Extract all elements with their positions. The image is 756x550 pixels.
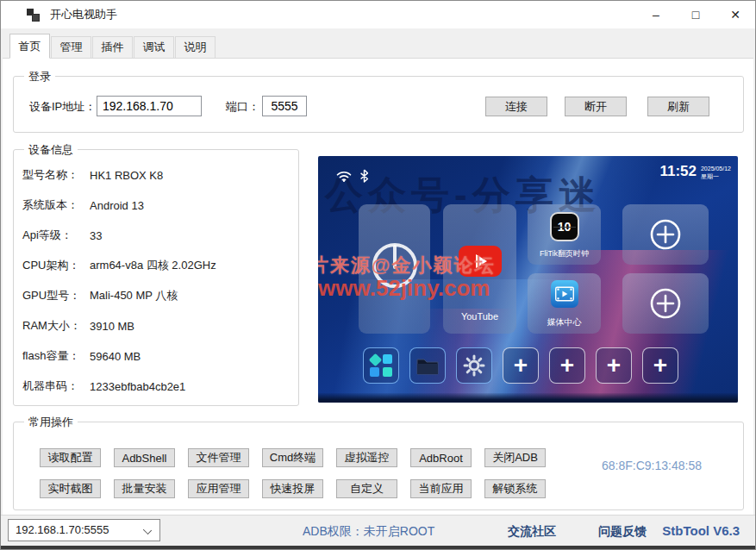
device-ip-label: 设备IP地址： bbox=[29, 99, 96, 115]
tv-dock-apps bbox=[363, 347, 399, 384]
device-row-api: Api等级： 33 bbox=[22, 226, 293, 245]
add-circle-icon bbox=[647, 284, 684, 322]
login-group-title: 登录 bbox=[24, 69, 55, 84]
unlock-system-button[interactable]: 解锁系统 bbox=[484, 479, 546, 498]
tv-clock: 11:52 bbox=[659, 163, 697, 180]
media-center-icon bbox=[551, 280, 578, 308]
cmd-terminal-button[interactable]: Cmd终端 bbox=[262, 448, 323, 467]
operations-group-title: 常用操作 bbox=[24, 415, 78, 430]
tv-watermark-url: www.52jiny.com bbox=[318, 275, 490, 302]
folder-icon bbox=[416, 356, 439, 375]
home-tab-page: 登录 设备IP地址： 端口： 连接 断开 刷新 设备信息 型号名称： HK1 R… bbox=[3, 58, 753, 515]
bluetooth-icon bbox=[359, 168, 369, 184]
window-controls: – □ ✕ bbox=[636, 1, 755, 28]
add-circle-icon bbox=[647, 216, 684, 253]
tv-date-block: 2025/05/12 星期一 bbox=[701, 163, 731, 180]
flip-clock-icon: 10 bbox=[552, 214, 578, 240]
device-row-flash: flash容量： 59640 MB bbox=[22, 347, 293, 366]
status-bar: 192.168.1.70:5555 ADB权限：未开启ROOT 交流社区 问题反… bbox=[1, 515, 755, 546]
app-window: 开心电视助手 – □ ✕ 首页 管理 插件 调试 说明 登录 设备IP地址： 端… bbox=[0, 0, 756, 550]
tv-dock-add-slot: + bbox=[503, 347, 539, 384]
tab-strip: 首页 管理 插件 调试 说明 bbox=[1, 28, 755, 58]
tv-dock-settings bbox=[456, 347, 492, 384]
maximize-button[interactable]: □ bbox=[676, 1, 715, 28]
tab-home[interactable]: 首页 bbox=[9, 34, 50, 59]
operations-group: 常用操作 读取配置 AdbShell 文件管理 Cmd终端 虚拟遥控 AdbRo… bbox=[13, 422, 744, 510]
batch-install-button[interactable]: 批量安装 bbox=[114, 479, 175, 498]
minimize-button[interactable]: – bbox=[636, 1, 676, 28]
app-manager-button[interactable]: 应用管理 bbox=[188, 479, 249, 498]
device-info-group-title: 设备信息 bbox=[24, 142, 78, 158]
community-link[interactable]: 交流社区 bbox=[508, 524, 556, 540]
operations-row-2: 实时截图 批量安装 应用管理 快速投屏 自定义 当前应用 解锁系统 bbox=[40, 479, 546, 498]
device-row-serial: 机器串码： 1233ebfbab4cb2e1 bbox=[22, 377, 293, 396]
port-label: 端口： bbox=[226, 99, 259, 115]
device-row-model: 型号名称： HK1 RBOX K8 bbox=[22, 166, 293, 184]
flip-clock-label: FliTik翻页时钟 bbox=[528, 248, 601, 259]
tv-clock-block: 11:52 2025/05/12 星期一 bbox=[659, 163, 731, 180]
device-row-ram: RAM大小： 3910 MB bbox=[22, 316, 293, 335]
window-bottom-edge bbox=[1, 546, 755, 549]
tv-dock-add-slot: + bbox=[642, 347, 678, 384]
device-select-dropdown[interactable]: 192.168.1.70:5555 bbox=[8, 519, 160, 541]
wifi-icon bbox=[335, 169, 353, 183]
app-grid-icon bbox=[370, 354, 392, 377]
connect-button[interactable]: 连接 bbox=[485, 97, 547, 116]
adb-root-button[interactable]: AdbRoot bbox=[410, 448, 472, 467]
tv-date: 2025/05/12 bbox=[701, 165, 731, 172]
title-bar: 开心电视助手 – □ ✕ bbox=[1, 1, 755, 28]
device-select-value: 192.168.1.70:5555 bbox=[16, 523, 109, 536]
adb-permission-status: ADB权限：未开启ROOT bbox=[303, 524, 434, 540]
tv-status-icons bbox=[335, 168, 369, 184]
current-app-button[interactable]: 当前应用 bbox=[410, 479, 472, 498]
device-info-group: 设备信息 型号名称： HK1 RBOX K8 系统版本： Android 13 … bbox=[13, 149, 299, 406]
tv-tile-flip-clock: 10 FliTik翻页时钟 bbox=[528, 204, 601, 265]
operations-row-1: 读取配置 AdbShell 文件管理 Cmd终端 虚拟遥控 AdbRoot 关闭… bbox=[40, 448, 546, 467]
login-group: 登录 设备IP地址： 端口： 连接 断开 刷新 bbox=[13, 76, 744, 133]
read-config-button[interactable]: 读取配置 bbox=[40, 448, 101, 467]
tab-help[interactable]: 说明 bbox=[175, 36, 216, 58]
device-row-os: 系统版本： Android 13 bbox=[22, 196, 293, 215]
close-adb-button[interactable]: 关闭ADB bbox=[484, 448, 546, 467]
virtual-remote-button[interactable]: 虚拟遥控 bbox=[336, 448, 397, 467]
quick-cast-button[interactable]: 快速投屏 bbox=[262, 479, 323, 498]
tab-plugins[interactable]: 插件 bbox=[92, 36, 133, 58]
window-title: 开心电视助手 bbox=[50, 7, 117, 22]
refresh-button[interactable]: 刷新 bbox=[647, 97, 709, 116]
app-icon bbox=[27, 9, 40, 22]
close-button[interactable]: ✕ bbox=[715, 1, 755, 28]
live-screenshot-button[interactable]: 实时截图 bbox=[40, 479, 101, 498]
tv-tile-media-center: 媒体中心 bbox=[528, 273, 601, 334]
gear-icon bbox=[463, 354, 485, 377]
tv-tile-add-1 bbox=[622, 204, 709, 265]
app-version: StbTool V6.3 bbox=[662, 523, 740, 538]
custom-button[interactable]: 自定义 bbox=[336, 479, 397, 498]
tv-dock-add-slot: + bbox=[596, 347, 632, 384]
adb-shell-button[interactable]: AdbShell bbox=[114, 448, 175, 467]
port-input[interactable] bbox=[262, 96, 307, 116]
feedback-link[interactable]: 问题反馈 bbox=[598, 524, 647, 540]
device-info-list: 型号名称： HK1 RBOX K8 系统版本： Android 13 Api等级… bbox=[22, 166, 293, 396]
tv-dock-add-slot: + bbox=[549, 347, 585, 384]
device-ip-input[interactable] bbox=[97, 96, 202, 116]
tv-dock-files bbox=[409, 347, 446, 384]
tv-weekday: 星期一 bbox=[701, 172, 731, 180]
disconnect-button[interactable]: 断开 bbox=[565, 97, 627, 116]
tv-screenshot: 公众号-分享迷 11:52 2025/05/12 星期一 bbox=[318, 156, 738, 403]
media-center-label: 媒体中心 bbox=[528, 316, 601, 328]
device-row-gpu: GPU型号： Mali-450 MP 八核 bbox=[22, 286, 293, 305]
file-manager-button[interactable]: 文件管理 bbox=[188, 448, 249, 467]
tab-manage[interactable]: 管理 bbox=[51, 36, 91, 58]
mac-address: 68:8F:C9:13:48:58 bbox=[602, 459, 702, 472]
youtube-label: YouTube bbox=[443, 311, 516, 322]
tab-debug[interactable]: 调试 bbox=[134, 36, 174, 58]
device-row-cpu: CPU架构： arm64-v8a 四核 2.02GHz bbox=[22, 256, 293, 275]
chevron-down-icon bbox=[143, 526, 152, 534]
tv-tile-add-2 bbox=[622, 273, 709, 334]
